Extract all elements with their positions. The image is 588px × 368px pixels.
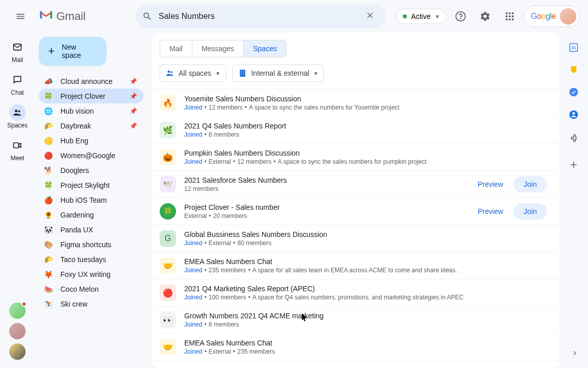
- space-result-row[interactable]: 🔥 Yosemite Sales Numbers Discussion Join…: [151, 89, 559, 117]
- add-sidepanel-button[interactable]: [569, 160, 579, 170]
- rail-meet[interactable]: Meet: [4, 135, 31, 164]
- collapse-panel-button[interactable]: [571, 348, 579, 360]
- rail-spaces[interactable]: Spaces: [4, 102, 31, 131]
- sidebar-space-item[interactable]: 🍉 Coco Melon: [39, 282, 143, 296]
- space-emoji-icon: 🌮: [42, 255, 54, 264]
- sidebar-space-item[interactable]: 🍎 Hub iOS Team: [39, 192, 143, 207]
- settings-button[interactable]: [475, 6, 495, 27]
- contacts-button[interactable]: [569, 110, 579, 120]
- tab-messages[interactable]: Messages: [192, 40, 244, 57]
- sidebar-space-item[interactable]: 🟡 Hub Eng: [39, 133, 143, 148]
- space-name-label: Dooglers: [60, 166, 137, 175]
- help-icon: [455, 11, 466, 22]
- join-button[interactable]: Join: [513, 203, 547, 220]
- svg-point-7: [506, 15, 508, 17]
- space-result-row[interactable]: 🤝 EMEA Sales Numbers Chat Joined•Externa…: [151, 334, 559, 361]
- app-logo[interactable]: Gmail: [39, 9, 131, 24]
- svg-rect-16: [14, 143, 19, 148]
- sidebar-space-item[interactable]: 🔴 Women@Google: [39, 148, 143, 163]
- sidebar-space-item[interactable]: 🌮 Daybreak 📌: [39, 118, 143, 133]
- space-list: 📣 Cloud announce 📌🍀 Project Clover 📌🌐 Hu…: [39, 74, 143, 311]
- space-result-row[interactable]: 🎃 Pumpkin Sales Numbers Discussion Joine…: [151, 144, 559, 171]
- search-input[interactable]: [153, 12, 361, 21]
- result-text: Growth Numbers 2021 Q4 ACME marketing Jo…: [184, 312, 547, 328]
- status-chip[interactable]: Active ▼: [396, 9, 446, 24]
- filter-access[interactable]: Internal & external ▼: [232, 64, 324, 82]
- result-subtitle: Joined•External•12 members•A space to sy…: [184, 158, 547, 165]
- result-title: Yosemite Sales Numbers Discussion: [184, 95, 547, 103]
- result-subtitle: Joined•100 members•A space for Q4 sales …: [184, 294, 547, 301]
- addons-button[interactable]: [569, 132, 579, 142]
- result-title: EMEA Sales Numbers Chat: [184, 339, 547, 347]
- rail-mail[interactable]: Mail: [4, 37, 31, 66]
- space-emoji-icon: 🍀: [42, 181, 54, 189]
- pin-icon: 📌: [129, 78, 137, 85]
- join-button[interactable]: Join: [513, 176, 547, 192]
- chevron-down-icon: ▼: [313, 71, 318, 76]
- result-text: 2021 Q4 Sales Numbers Report Joined•8 me…: [184, 122, 547, 138]
- sidebar-space-item[interactable]: 🍀 Project Clover 📌: [39, 89, 143, 103]
- space-avatar-icon: 🌿: [160, 122, 176, 138]
- building-icon: [238, 69, 247, 78]
- sidebar-space-item[interactable]: 🦊 Foxy UX writing: [39, 267, 143, 282]
- space-result-row[interactable]: 🕊️ 2021 Salesforce Sales Numbers 12 memb…: [151, 171, 559, 198]
- space-emoji-icon: 🍉: [42, 285, 54, 293]
- space-result-row[interactable]: 🍀 Project Clover - Sales number External…: [151, 198, 559, 225]
- calendar-button[interactable]: 31: [569, 42, 579, 52]
- chat-avatar-3[interactable]: [9, 343, 26, 360]
- space-name-label: Ski crew: [60, 300, 137, 308]
- space-result-row[interactable]: G Global Bussiness Sales Numbers Discuss…: [151, 225, 559, 252]
- account-button[interactable]: Google: [524, 6, 580, 27]
- clear-search-button[interactable]: [361, 7, 379, 27]
- result-subtitle: Joined•8 members: [184, 321, 547, 328]
- svg-point-18: [170, 71, 172, 73]
- space-result-row[interactable]: 🔴 2021 Q4 Marketing Sales Report (APEC) …: [151, 279, 559, 307]
- pin-icon: 📌: [129, 93, 137, 100]
- preview-button[interactable]: Preview: [478, 180, 504, 188]
- tasks-button[interactable]: [569, 87, 579, 97]
- space-result-row[interactable]: 👀 Growth Numbers 2021 Q4 ACME marketing …: [151, 307, 559, 334]
- space-result-row[interactable]: 🌿 2021 Q4 Sales Numbers Report Joined•8 …: [151, 117, 559, 144]
- main-menu-button[interactable]: [8, 4, 33, 29]
- spaces-icon: [12, 107, 23, 118]
- sidebar-space-item[interactable]: 🌻 Gardening: [39, 207, 143, 222]
- sidebar-space-item[interactable]: 🍀 Project Skylight: [39, 178, 143, 192]
- tab-spaces[interactable]: Spaces: [244, 40, 286, 57]
- plus-icon: +: [48, 45, 55, 58]
- svg-rect-25: [243, 74, 244, 75]
- chat-avatar-2[interactable]: [9, 323, 26, 339]
- tab-mail[interactable]: Mail: [160, 40, 192, 57]
- space-emoji-icon: 🍀: [42, 92, 54, 100]
- new-space-button[interactable]: + New space: [39, 37, 106, 66]
- chevron-down-icon: ▼: [215, 71, 221, 76]
- sidebar-space-item[interactable]: 🌮 Taco tuesdays: [39, 252, 143, 267]
- svg-point-5: [509, 12, 511, 14]
- rail-chat[interactable]: Chat: [4, 70, 31, 98]
- chat-avatar-1[interactable]: [9, 302, 26, 319]
- sidebar-space-item[interactable]: 🐼 Panda UX: [39, 222, 143, 237]
- space-avatar-icon: 🔴: [160, 285, 176, 301]
- sidebar-space-item[interactable]: 🌐 Hub vision 📌: [39, 103, 143, 118]
- space-result-row[interactable]: 🤝 EMEA Sales Numbers Chat Joined•235 mem…: [151, 252, 559, 279]
- space-name-label: Hub Eng: [60, 137, 137, 145]
- space-emoji-icon: 📣: [42, 77, 54, 85]
- svg-point-3: [461, 18, 461, 19]
- result-text: Project Clover - Sales number External•2…: [184, 203, 478, 220]
- results-list[interactable]: 🔥 Yosemite Sales Numbers Discussion Join…: [151, 89, 559, 368]
- plus-icon: [569, 160, 579, 170]
- filter-all-spaces[interactable]: All spaces ▼: [160, 64, 226, 82]
- sidebar-space-item[interactable]: ⛷️ Ski crew: [39, 296, 143, 311]
- header: Gmail Active ▼ Google: [0, 0, 588, 33]
- apps-button[interactable]: [499, 6, 520, 27]
- sidebar-space-item[interactable]: 🐕 Dooglers: [39, 163, 143, 178]
- keep-button[interactable]: [569, 64, 579, 75]
- preview-button[interactable]: Preview: [478, 207, 504, 215]
- result-subtitle: Joined•External•235 members: [184, 348, 547, 355]
- space-emoji-icon: 🌮: [42, 122, 54, 130]
- space-emoji-icon: 🍎: [42, 196, 54, 204]
- sidebar-space-item[interactable]: 🎨 Figma shortcuts: [39, 237, 143, 252]
- svg-point-9: [512, 15, 514, 17]
- sidebar-space-item[interactable]: 📣 Cloud announce 📌: [39, 74, 143, 89]
- search-bar[interactable]: [135, 5, 386, 28]
- support-button[interactable]: [450, 6, 471, 27]
